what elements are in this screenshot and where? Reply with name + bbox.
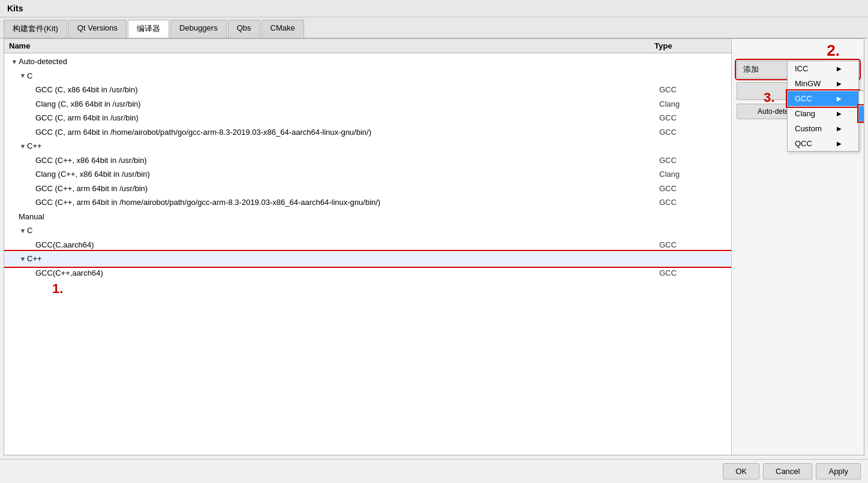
tree-row-clang-c-x86[interactable]: Clang (C, x86 64bit in /usr/bin) Clang <box>4 97 731 111</box>
gcc-c-arm-type: GCC <box>659 112 731 124</box>
tab-cmake[interactable]: CMake <box>262 20 304 38</box>
tree-row-clang-cpp-x86[interactable]: Clang (C++, x86 64bit in /usr/bin) Clang <box>4 167 731 182</box>
clang-cpp-x86-type: Clang <box>659 168 731 180</box>
col-type-header: Type <box>654 41 726 50</box>
clang-label: Clang <box>795 109 815 118</box>
manual-label: Manual <box>19 211 659 223</box>
clang-chevron: ▶ <box>837 110 842 117</box>
annotation-1-area: 1. <box>4 280 731 298</box>
dropdown-qcc[interactable]: QCC ▶ <box>788 136 858 151</box>
icc-label: ICC <box>795 64 808 73</box>
dropdown-menu: ICC ▶ MinGW ▶ GCC ▶ 3. <box>787 61 859 152</box>
gcc-cpp-arm-home-label: GCC (C++, arm 64bit in /home/airobot/pat… <box>35 197 659 209</box>
content-area: Name Type ▼ Auto-detected ▼ C <box>4 38 864 455</box>
dropdown-custom[interactable]: Custom ▶ <box>788 121 858 136</box>
expander-cpp-auto: ▼ <box>19 141 27 152</box>
tab-qbs[interactable]: Qbs <box>228 20 260 38</box>
window-title: Kits <box>0 0 868 17</box>
main-window: Kits 构建套件(Kit) Qt Versions 编译器 Debuggers… <box>0 0 868 483</box>
c-auto-label: C <box>27 70 659 82</box>
tree-row-gcc-cpp-arm-home[interactable]: GCC (C++, arm 64bit in /home/airobot/pat… <box>4 195 731 210</box>
tree-panel: Name Type ▼ Auto-detected ▼ C <box>4 39 732 455</box>
custom-chevron: ▶ <box>837 125 842 132</box>
tree-header: Name Type <box>4 39 731 53</box>
gcc-c-aarch64-type: GCC <box>659 239 731 251</box>
mingw-chevron: ▶ <box>837 80 842 87</box>
annotation-1: 1. <box>52 281 63 297</box>
mingw-label: MinGW <box>795 79 821 88</box>
gcc-cpp-aarch64-type: GCC <box>659 267 731 279</box>
tree-row-gcc-c-aarch64[interactable]: GCC(C,aarch64) GCC <box>4 238 731 252</box>
gcc-cpp-arm-label: GCC (C++, arm 64bit in /usr/bin) <box>35 183 659 195</box>
tab-debuggers[interactable]: Debuggers <box>170 20 227 38</box>
cancel-button[interactable]: Cancel <box>763 463 812 479</box>
dropdown-icc[interactable]: ICC ▶ <box>788 61 858 76</box>
tab-compilers[interactable]: 编译器 <box>128 20 169 38</box>
gcc-cpp-x86-label: GCC (C++, x86 64bit in /usr/bin) <box>35 155 659 167</box>
gcc-cpp-arm-home-type: GCC <box>659 197 731 209</box>
gcc-c-arm-home-type: GCC <box>659 126 731 138</box>
tree-row-c-auto[interactable]: ▼ C <box>4 69 731 83</box>
annotation-2: 2. <box>827 41 840 60</box>
c-manual-label: C <box>27 225 659 237</box>
icc-chevron: ▶ <box>837 65 842 72</box>
gcc-submenu: C C++ 4. <box>858 90 864 122</box>
right-panel: 2. 添加 ▼ 删除 Auto-detection Settings... IC… <box>732 39 864 455</box>
tab-build-kit[interactable]: 构建套件(Kit) <box>4 20 67 38</box>
gcc-c-aarch64-label: GCC(C,aarch64) <box>35 239 659 251</box>
tree-row-manual[interactable]: Manual <box>4 210 731 224</box>
gcc-c-x86-label: GCC (C, x86 64bit in /usr/bin) <box>35 84 659 96</box>
tree-row-auto-detected[interactable]: ▼ Auto-detected <box>4 55 731 69</box>
add-label: 添加 <box>743 64 759 75</box>
auto-detected-label: Auto-detected <box>19 56 659 68</box>
tree-row-gcc-c-arm[interactable]: GCC (C, arm 64bit in /usr/bin) GCC <box>4 111 731 125</box>
gcc-c-arm-label: GCC (C, arm 64bit in /usr/bin) <box>35 112 659 124</box>
expander-cpp-manual: ▼ <box>19 254 27 264</box>
tree-row-cpp-manual[interactable]: ▼ C++ <box>4 252 731 266</box>
gcc-c-arm-home-label: GCC (C, arm 64bit in /home/airobot/path/… <box>35 126 659 138</box>
gcc-cpp-x86-type: GCC <box>659 155 731 167</box>
ok-button[interactable]: OK <box>723 463 759 479</box>
dropdown-clang[interactable]: Clang ▶ <box>788 106 858 121</box>
gcc-c-x86-type: GCC <box>659 84 731 96</box>
clang-cpp-x86-label: Clang (C++, x86 64bit in /usr/bin) <box>35 168 659 180</box>
dropdown-gcc[interactable]: GCC ▶ 3. C C++ 4. <box>788 91 858 106</box>
tree-row-cpp-auto[interactable]: ▼ C++ <box>4 139 731 153</box>
tab-qt-versions[interactable]: Qt Versions <box>68 20 127 38</box>
tree-row-gcc-cpp-x86[interactable]: GCC (C++, x86 64bit in /usr/bin) GCC <box>4 153 731 168</box>
gcc-cpp-aarch64-label: GCC(C++,aarch64) <box>35 267 659 279</box>
cpp-manual-label: C++ <box>27 253 659 265</box>
custom-label: Custom <box>795 124 822 133</box>
tab-bar: 构建套件(Kit) Qt Versions 编译器 Debuggers Qbs … <box>0 17 868 38</box>
submenu-c[interactable]: C <box>859 91 864 106</box>
tree-row-gcc-cpp-aarch64[interactable]: GCC(C++,aarch64) GCC <box>4 266 731 280</box>
dropdown-mingw[interactable]: MinGW ▶ <box>788 76 858 91</box>
submenu-cpp[interactable]: C++ 4. <box>859 106 864 121</box>
apply-button[interactable]: Apply <box>816 463 861 479</box>
expander-c-manual: ▼ <box>19 226 27 236</box>
expander-c-auto: ▼ <box>19 71 27 81</box>
clang-c-x86-label: Clang (C, x86 64bit in /usr/bin) <box>35 98 659 110</box>
gcc-cpp-arm-type: GCC <box>659 183 731 195</box>
tree-row-gcc-cpp-arm[interactable]: GCC (C++, arm 64bit in /usr/bin) GCC <box>4 182 731 196</box>
qcc-label: QCC <box>795 139 812 148</box>
qcc-chevron: ▶ <box>837 140 842 147</box>
tree-body: ▼ Auto-detected ▼ C GCC (C, x86 64bit in… <box>4 53 731 299</box>
clang-c-x86-type: Clang <box>659 98 731 110</box>
gcc-label: GCC <box>795 94 812 103</box>
col-name-header: Name <box>9 41 654 50</box>
tree-row-gcc-c-x86[interactable]: GCC (C, x86 64bit in /usr/bin) GCC <box>4 83 731 97</box>
tree-row-c-manual[interactable]: ▼ C <box>4 224 731 238</box>
expander-auto-detected: ▼ <box>10 57 19 67</box>
bottom-bar: OK Cancel Apply <box>0 459 868 483</box>
dropdown-overlay: ICC ▶ MinGW ▶ GCC ▶ 3. <box>787 61 859 152</box>
cpp-auto-label: C++ <box>27 140 659 152</box>
gcc-chevron: ▶ <box>837 95 842 102</box>
tree-row-gcc-c-arm-home[interactable]: GCC (C, arm 64bit in /home/airobot/path/… <box>4 125 731 140</box>
